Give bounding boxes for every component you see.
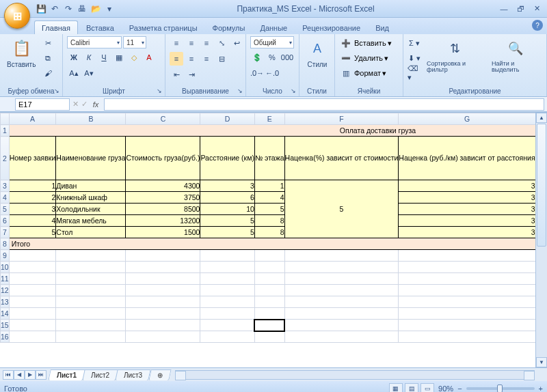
cell[interactable]: 5 [254, 204, 284, 215]
row-header[interactable]: 16 [1, 331, 10, 343]
cell[interactable]: 8 [254, 227, 284, 238]
indent-inc-icon[interactable]: ⇥ [185, 68, 198, 81]
row-header[interactable]: 6 [1, 215, 10, 227]
cell[interactable]: 8 [254, 215, 284, 227]
dec-decimal-icon[interactable]: ←.0 [265, 66, 279, 80]
cell[interactable]: 4 [254, 192, 284, 204]
cell[interactable]: 1 [9, 180, 56, 192]
active-cell[interactable] [254, 320, 284, 331]
sheet-tab[interactable]: Лист1 [48, 369, 85, 380]
cell[interactable]: 4 [9, 215, 56, 227]
open-icon[interactable]: 📂 [90, 3, 101, 14]
cell[interactable]: 3750 [126, 192, 200, 204]
office-button[interactable]: ⊞ [4, 3, 30, 29]
cell[interactable]: 2 [9, 192, 56, 204]
find-select-button[interactable]: 🔍 Найти и выделить [489, 36, 542, 74]
row-header[interactable]: 4 [1, 192, 10, 204]
cell[interactable]: Оплата доставки груза [9, 125, 547, 137]
cell[interactable]: 4300 [126, 180, 200, 192]
normal-view-icon[interactable]: ▦ [389, 383, 403, 392]
cell[interactable]: 10 [200, 204, 254, 215]
number-launcher[interactable]: ↘ [289, 87, 297, 95]
autosum-icon[interactable]: Σ ▾ [408, 36, 421, 50]
zoom-level[interactable]: 90% [438, 384, 453, 392]
tab-insert[interactable]: Вставка [79, 21, 121, 34]
cell[interactable]: 3 [200, 180, 254, 192]
cell[interactable]: 3 [399, 227, 535, 238]
sort-filter-button[interactable]: ⇅ Сортировка и фильтр [424, 36, 486, 74]
minimize-button[interactable]: — [496, 3, 511, 14]
save-icon[interactable]: 💾 [36, 3, 46, 14]
sheet-nav-prev-icon[interactable]: ◀ [14, 370, 25, 380]
border-button[interactable]: ▦ [112, 51, 126, 64]
col-header[interactable]: G [399, 113, 535, 125]
row-header[interactable]: 1 [1, 125, 10, 137]
cut-icon[interactable]: ✂ [41, 36, 55, 50]
align-left-icon[interactable]: ≡ [170, 52, 183, 66]
col-header[interactable]: E [254, 113, 284, 125]
col-header[interactable]: B [56, 113, 126, 125]
cell[interactable]: 3 [399, 180, 535, 192]
clear-icon[interactable]: ⌫ ▾ [408, 66, 421, 80]
cell[interactable]: № этажа [254, 137, 284, 180]
merge-icon[interactable]: ⊟ [215, 52, 228, 66]
inc-decimal-icon[interactable]: .0→ [250, 66, 264, 80]
comma-icon[interactable]: 000 [280, 51, 294, 64]
row-header[interactable]: 2 [1, 137, 10, 180]
cell[interactable]: Наименование груза [56, 137, 126, 180]
row-header[interactable]: 8 [1, 238, 10, 250]
col-header[interactable]: C [126, 113, 200, 125]
cell[interactable]: Мягкая мебель [56, 215, 126, 227]
clipboard-launcher[interactable]: ↘ [53, 87, 61, 95]
cell[interactable]: 3 [399, 192, 535, 204]
align-middle-icon[interactable]: ≡ [185, 36, 198, 50]
worksheet-grid[interactable]: A B C D E F G H I J 1 Оплата доставки гр… [0, 112, 547, 367]
row-header[interactable]: 13 [1, 296, 10, 308]
col-header[interactable]: D [200, 113, 254, 125]
row-header[interactable]: 5 [1, 204, 10, 215]
grow-font-icon[interactable]: A▴ [67, 66, 81, 80]
col-header[interactable]: A [9, 113, 56, 125]
cell[interactable]: Расстояние (км) [200, 137, 254, 180]
bold-button[interactable]: Ж [67, 51, 81, 64]
page-break-view-icon[interactable]: ▭ [421, 383, 434, 392]
number-format-combo[interactable]: Общий [250, 36, 294, 48]
row-header[interactable]: 15 [1, 320, 10, 331]
cell[interactable]: Номер заявки [9, 137, 56, 180]
restore-button[interactable]: 🗗 [513, 3, 528, 14]
tab-page-layout[interactable]: Разметка страницы [122, 21, 204, 34]
copy-icon[interactable]: ⧉ [41, 51, 55, 65]
cell[interactable]: 1500 [126, 227, 200, 238]
cell[interactable]: Холодильник [56, 204, 126, 215]
zoom-in-icon[interactable]: + [539, 384, 543, 392]
cell[interactable]: Стоимость груза(руб.) [126, 137, 200, 180]
help-button[interactable]: ? [532, 20, 543, 31]
print-icon[interactable]: 🖶 [77, 3, 88, 14]
row-header[interactable]: 12 [1, 285, 10, 296]
close-button[interactable]: ✕ [529, 3, 544, 14]
paste-button[interactable]: 📋 Вставить [4, 36, 38, 70]
cell[interactable]: 5 [200, 215, 254, 227]
styles-button[interactable]: A Стили [304, 36, 331, 70]
sheet-nav-next-icon[interactable]: ▶ [25, 370, 36, 380]
cell[interactable]: Книжный шкаф [56, 192, 126, 204]
fill-color-button[interactable]: ◇ [127, 51, 141, 64]
tab-home[interactable]: Главная [34, 20, 78, 34]
row-header[interactable]: 7 [1, 227, 10, 238]
new-sheet-icon[interactable]: ⊕ [148, 369, 171, 380]
row-header[interactable]: 11 [1, 273, 10, 285]
cell[interactable]: 5 [200, 227, 254, 238]
cell[interactable]: Наценка(%) зависит от стоимости [284, 137, 399, 180]
tab-data[interactable]: Данные [253, 21, 294, 34]
cell[interactable]: 8500 [126, 204, 200, 215]
cancel-formula-icon[interactable]: ✕ [72, 100, 79, 109]
indent-dec-icon[interactable]: ⇤ [170, 68, 183, 81]
cell[interactable]: Стол [56, 227, 126, 238]
cell[interactable]: 3 [399, 215, 535, 227]
align-center-icon[interactable]: ≡ [185, 52, 198, 66]
align-bottom-icon[interactable]: ≡ [200, 36, 213, 50]
cell[interactable]: 5 [9, 227, 56, 238]
row-header[interactable]: 9 [1, 250, 10, 262]
sheet-nav-first-icon[interactable]: ⏮ [3, 370, 14, 380]
delete-cells-button[interactable]: ➖Удалить ▾ [339, 51, 388, 65]
